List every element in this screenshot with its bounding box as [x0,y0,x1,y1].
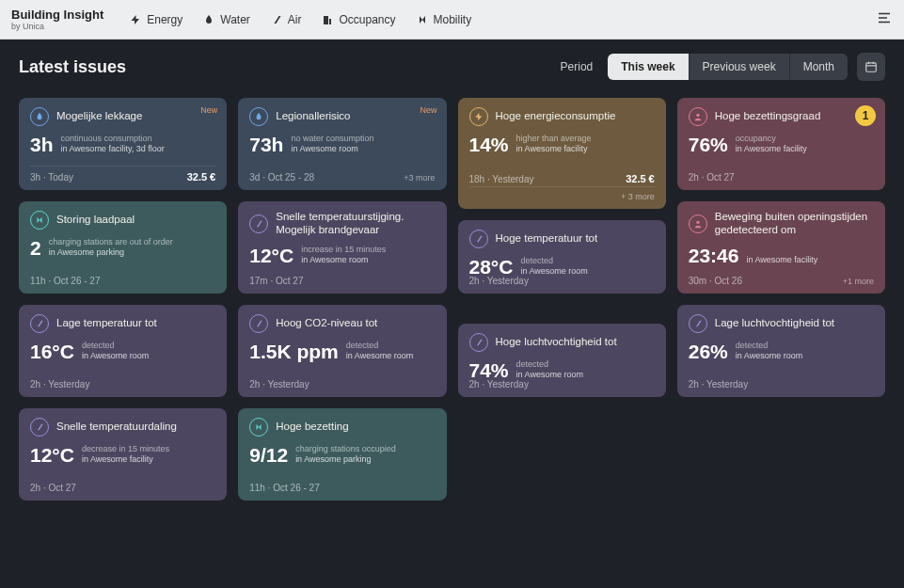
card-temp-high[interactable]: Hoge temperatuur tot 28°C detectedin Awe… [458,220,666,294]
card-desc: no water consumptionin Awesome room [291,134,373,156]
card-energy-high[interactable]: Hoge energieconsumptie 14% higher than a… [458,98,666,209]
page-header: Latest issues Period This week Previous … [0,40,904,88]
card-humidity-low[interactable]: Lage luchtvochtigheid tot 26% detectedin… [677,305,885,397]
card-title: Legionallerisico [276,110,350,123]
card-footer-time: 17m · Oct 27 [249,276,303,286]
nav-occupancy-label: Occupancy [339,13,395,26]
mobility-icon [249,418,268,437]
card-co2-high[interactable]: Hoog CO2-niveau tot 1.5K ppm detectedin … [238,305,446,397]
nav-air-label: Air [288,13,302,26]
card-footer-time: 2h · Oct 27 [689,172,735,183]
card-title: Hoge luchtvochtigheid tot [496,336,617,349]
nav-air[interactable]: Air [271,13,302,26]
period-month[interactable]: Month [789,54,848,80]
mobility-icon [30,211,49,230]
new-badge: New [200,105,217,115]
menu-button[interactable] [876,9,893,30]
card-footer-time: 11h · Oct 26 - 27 [30,276,101,286]
water-icon [249,107,268,126]
card-desc: continuous consumptionin Awesome facilit… [61,134,165,156]
calendar-button[interactable] [857,53,885,81]
nav-water-label: Water [220,13,250,26]
nav-water[interactable]: Water [203,13,250,26]
card-footer-time: 11h · Oct 26 - 27 [249,483,320,493]
card-desc: occupancyin Awesome facility [736,134,807,156]
air-icon [249,215,268,233]
card-extra: +3 more [404,173,435,183]
card-metric: 16°C [30,341,74,363]
card-title: Lage temperatuur tot [56,317,157,330]
card-legionella[interactable]: New Legionallerisico 73h no water consum… [238,98,446,190]
period-previous-week[interactable]: Previous week [689,54,789,80]
card-metric: 9/12 [249,444,288,467]
card-metric: 14% [469,134,509,156]
period-pills: This week Previous week Month [608,54,848,80]
card-title: Beweging buiten openingstijden gedetecte… [715,211,874,237]
card-extra: + 3 more [621,192,655,201]
card-title: Snelle temperatuurstijging. Mogelijk bra… [276,211,435,237]
card-metric: 12°C [30,444,74,467]
card-title: Mogelijke lekkage [56,110,142,123]
period-controls: Period This week Previous week Month [561,53,885,81]
card-footer-time: 2h · Yesterday [30,379,89,389]
card-motion[interactable]: Beweging buiten openingstijden gedetecte… [677,201,885,294]
card-desc: decrease in 15 minutesin Awesome facilit… [82,444,169,467]
card-desc: higher than averagein Awesome facility [516,134,592,156]
air-icon [249,314,268,333]
card-extra: +1 more [843,277,874,286]
card-metric: 2 [30,237,41,260]
card-metric: 23:46 [689,245,739,267]
period-this-week[interactable]: This week [608,54,688,80]
occupancy-icon [689,215,707,233]
card-occupancy-high[interactable]: 1 Hoge bezettingsgraad 76% occupancyin A… [677,98,885,190]
card-humidity-high[interactable]: Hoge luchtvochtigheid tot 74% detectedin… [458,324,666,397]
card-footer-time: 30m · Oct 26 [689,276,742,286]
card-footer-time: 2h · Yesterday [689,379,748,389]
card-temp-low[interactable]: Lage temperatuur tot 16°C detectedin Awe… [19,305,227,397]
topbar: Building Insight by Unica Energy Water A… [0,0,904,40]
card-footer-time: 2h · Yesterday [469,379,529,389]
page-title: Latest issues [19,57,126,77]
nav-energy[interactable]: Energy [130,13,182,26]
building-icon [322,14,333,25]
nav-mobility[interactable]: Mobility [417,13,472,26]
card-desc: in Awesome facility [746,255,817,267]
brand-sub: by Unica [11,22,103,31]
card-desc: detectedin Awesome room [346,341,413,363]
topnav: Energy Water Air Occupancy Mobility [130,13,876,26]
air-icon [30,418,49,437]
droplet-icon [203,14,214,25]
new-badge: New [420,105,436,115]
air-icon [30,314,49,333]
air-icon [469,230,488,248]
mobility-icon [417,14,428,25]
card-title: Hoge energieconsumptie [496,110,616,123]
card-temp-spike[interactable]: Snelle temperatuurstijging. Mogelijk bra… [238,201,446,294]
brand-title: Building Insight [11,8,103,22]
brand[interactable]: Building Insight by Unica [11,8,103,31]
card-footer-time: 2h · Yesterday [469,276,529,286]
card-title: Hoge temperatuur tot [496,232,598,246]
card-price: 32.5 € [187,171,216,183]
nav-occupancy[interactable]: Occupancy [322,13,395,26]
calendar-icon [864,60,878,73]
card-title: Lage luchtvochtigheid tot [715,317,834,330]
card-footer-time: 18h · Yesterday [469,174,534,184]
card-desc: detectedin Awesome room [82,341,149,363]
card-title: Snelle temperatuurdaling [56,421,177,434]
occupancy-icon [689,107,707,126]
issues-grid: New Mogelijke lekkage 3h continuous cons… [0,88,904,519]
period-label: Period [561,60,594,73]
svg-rect-3 [866,63,877,72]
card-metric: 73h [249,134,283,156]
air-icon [689,314,707,333]
card-temp-drop[interactable]: Snelle temperatuurdaling 12°C decrease i… [19,408,227,501]
card-leakage[interactable]: New Mogelijke lekkage 3h continuous cons… [19,98,227,190]
card-charging-fault[interactable]: Storing laadpaal 2 charging stations are… [19,201,227,294]
card-metric: 1.5K ppm [249,341,339,363]
card-footer-time: 3h · Today [30,172,73,183]
card-title: Hoog CO2-niveau tot [276,317,377,330]
card-desc: charging stations are out of orderin Awe… [49,237,173,260]
card-parking-full[interactable]: Hoge bezetting 9/12 charging stations oc… [238,408,446,501]
card-metric: 76% [689,134,728,156]
